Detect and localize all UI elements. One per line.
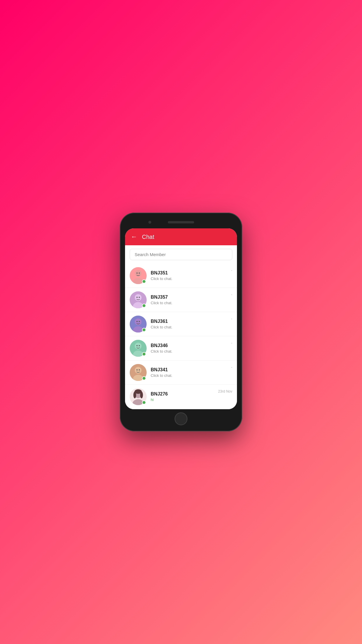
search-input[interactable] (130, 249, 232, 260)
chat-preview-text: Click to chat. (151, 349, 231, 354)
chat-preview-text: Click to chat. (151, 373, 231, 378)
svg-point-23 (136, 369, 138, 370)
svg-point-13 (136, 321, 138, 322)
chat-preview-text: Click to chat. (151, 325, 231, 329)
chat-info: BNJ346 Click to chat. (151, 343, 231, 354)
online-indicator (142, 304, 146, 308)
phone-frame: ← Chat BNJ351 (120, 213, 242, 431)
list-item[interactable]: BNJ361 Click to chat. - (125, 312, 237, 336)
avatar-container (130, 291, 147, 308)
chat-preview-text: Click to chat. (151, 301, 231, 305)
online-indicator (142, 328, 146, 332)
chat-timestamp: - (231, 365, 232, 369)
list-item[interactable]: BNJ351 Click to chat. - (125, 264, 237, 288)
chat-info: BNJ276 hi (151, 391, 218, 402)
avatar-container (130, 316, 147, 332)
chat-member-name: BNJ276 (151, 391, 218, 397)
list-item[interactable]: BNJ341 Click to chat. - (125, 360, 237, 385)
list-item[interactable]: BNJ346 Click to chat. - (125, 336, 237, 360)
avatar-container (130, 388, 147, 405)
chat-info: BNJ351 Click to chat. (151, 270, 231, 281)
svg-point-14 (139, 321, 140, 322)
chat-member-name: BNJ351 (151, 270, 231, 276)
avatar-container (130, 340, 147, 357)
chat-timestamp: 23rd Nov (218, 389, 232, 393)
page-title: Chat (142, 234, 154, 240)
chat-member-name: BNJ357 (151, 295, 231, 300)
phone-bottom-bar (125, 412, 237, 426)
svg-point-18 (136, 345, 138, 346)
svg-point-8 (136, 297, 138, 298)
online-indicator (142, 400, 146, 405)
avatar-container (130, 364, 147, 381)
phone-top-bar (125, 218, 237, 227)
phone-camera (148, 221, 151, 224)
chat-info: BNJ341 Click to chat. (151, 367, 231, 378)
chat-member-name: BNJ346 (151, 343, 231, 348)
chat-preview-text: hi (151, 398, 218, 402)
chat-member-name: BNJ341 (151, 367, 231, 372)
svg-point-3 (136, 272, 138, 274)
home-button[interactable] (175, 412, 187, 425)
svg-point-9 (139, 297, 140, 298)
svg-point-4 (139, 272, 140, 274)
online-indicator (142, 352, 146, 356)
online-indicator (142, 279, 146, 284)
chat-timestamp: - (231, 268, 232, 272)
app-header: ← Chat (125, 228, 237, 245)
search-container (125, 245, 237, 264)
svg-point-30 (140, 392, 143, 398)
avatar-container (130, 267, 147, 284)
chat-preview-text: Click to chat. (151, 276, 231, 281)
list-item[interactable]: BNJ185 hi 23rd Nov (125, 409, 237, 409)
chat-info: BNJ361 Click to chat. (151, 319, 231, 329)
phone-speaker (168, 221, 194, 223)
chat-timestamp: - (231, 317, 232, 321)
chat-timestamp: - (231, 293, 232, 297)
chat-list: BNJ351 Click to chat. - BNJ357 (125, 264, 237, 409)
svg-point-29 (133, 392, 136, 398)
chat-timestamp: - (231, 341, 232, 345)
list-item[interactable]: BNJ357 Click to chat. - (125, 288, 237, 312)
svg-point-19 (139, 345, 140, 346)
list-item[interactable]: BNJ276 hi 23rd Nov (125, 385, 237, 409)
back-button[interactable]: ← (131, 233, 137, 241)
chat-info: BNJ357 Click to chat. (151, 295, 231, 305)
chat-member-name: BNJ361 (151, 319, 231, 324)
phone-screen: ← Chat BNJ351 (125, 228, 237, 409)
online-indicator (142, 376, 146, 380)
svg-point-24 (139, 369, 140, 370)
